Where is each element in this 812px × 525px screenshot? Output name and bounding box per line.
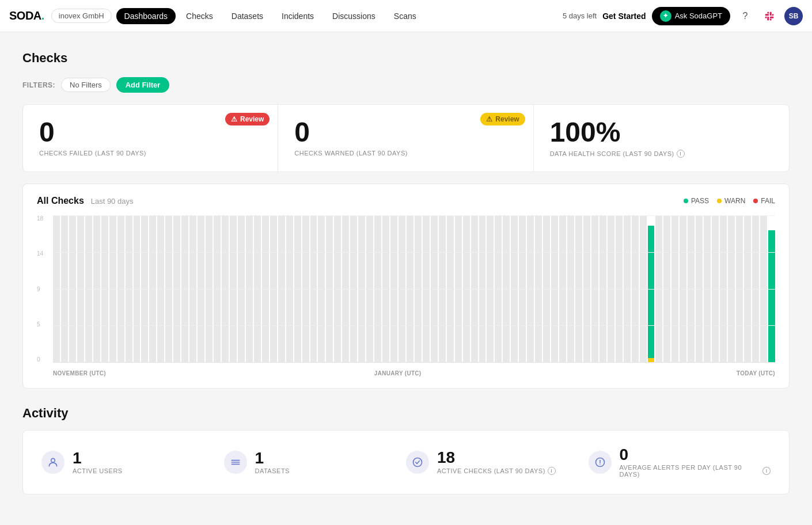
- no-filters-pill[interactable]: No Filters: [61, 78, 111, 92]
- bar-empty: [117, 215, 124, 363]
- bar-empty: [760, 215, 767, 363]
- bar-group: [382, 215, 389, 363]
- bar-group: [278, 215, 285, 363]
- chart-legend: PASS WARN FAIL: [684, 197, 775, 205]
- bar-empty: [519, 215, 526, 363]
- chart-header: All Checks Last 90 days PASS WARN FAIL: [37, 196, 775, 206]
- bar-empty: [206, 215, 213, 363]
- bar-empty: [752, 215, 759, 363]
- bar-empty: [198, 215, 204, 363]
- bar-group: [415, 215, 422, 363]
- health-label: DATA HEALTH SCORE (LAST 90 DAYS) i: [550, 150, 773, 158]
- nav-links: Dashboards Checks Datasets Incidents Dis…: [116, 8, 563, 24]
- bar-empty: [704, 215, 711, 363]
- bar-empty: [495, 215, 502, 363]
- bar-empty: [696, 215, 703, 363]
- add-filter-button[interactable]: Add Filter: [116, 77, 170, 93]
- bar-empty: [326, 215, 333, 363]
- health-info-icon[interactable]: i: [677, 150, 685, 158]
- failed-label: CHECKS FAILED (LAST 90 DAYS): [39, 150, 261, 157]
- fail-label: FAIL: [761, 197, 775, 205]
- filters-row: FILTERS: No Filters Add Filter: [22, 77, 790, 93]
- bar-group: [399, 215, 405, 363]
- pass-label: PASS: [691, 197, 709, 205]
- bar-group: [648, 215, 655, 363]
- nav-scans[interactable]: Scans: [386, 8, 424, 24]
- navbar-right: 5 days left Get Started ✦ Ask SodaGPT ? …: [563, 7, 803, 25]
- bar-group: [77, 215, 84, 363]
- bar-group: [447, 215, 454, 363]
- alerts-icon-wrap: [589, 451, 612, 474]
- bar-empty: [632, 215, 639, 363]
- bar-group: [471, 215, 478, 363]
- bar-empty: [487, 215, 494, 363]
- bar-empty: [238, 215, 245, 363]
- navbar: SODA. inovex GmbH Dashboards Checks Data…: [0, 0, 812, 32]
- nav-discussions[interactable]: Discussions: [324, 8, 384, 24]
- bar-empty: [736, 215, 743, 363]
- bar-group: [663, 215, 670, 363]
- bar-group: [655, 215, 662, 363]
- nav-incidents[interactable]: Incidents: [274, 8, 322, 24]
- y-label-0: 0: [37, 356, 43, 363]
- bar-empty: [77, 215, 84, 363]
- get-started-button[interactable]: Get Started: [602, 12, 646, 21]
- bar-empty: [511, 215, 518, 363]
- org-selector[interactable]: inovex GmbH: [51, 9, 112, 23]
- activity-title: Activity: [22, 406, 790, 421]
- bar-group: [519, 215, 526, 363]
- help-button[interactable]: ?: [736, 7, 754, 25]
- bar-empty: [230, 215, 237, 363]
- bar-group: [583, 215, 590, 363]
- alerts-value: 0: [620, 447, 771, 463]
- checks-info-icon[interactable]: i: [548, 467, 556, 475]
- alert-icon: [594, 456, 606, 468]
- bar-group: [270, 215, 277, 363]
- bar-group: [575, 215, 582, 363]
- bar-group: [366, 215, 373, 363]
- activity-checks: 18 ACTIVE CHECKS (LAST 90 DAYS) i: [406, 447, 589, 478]
- bars-container: [53, 215, 775, 363]
- alerts-info-icon[interactable]: i: [762, 467, 771, 475]
- bar-empty: [640, 215, 647, 363]
- bar-group: [632, 215, 639, 363]
- svg-point-7: [599, 464, 601, 465]
- bar-group: [198, 215, 204, 363]
- bar-empty: [69, 215, 76, 363]
- users-info: 1 ACTIVE USERS: [73, 450, 123, 474]
- nav-dashboards[interactable]: Dashboards: [116, 8, 176, 24]
- bar-empty: [374, 215, 381, 363]
- filters-label: FILTERS:: [22, 81, 55, 89]
- bar-empty: [141, 215, 148, 363]
- ask-soda-button[interactable]: ✦ Ask SodaGPT: [652, 7, 730, 25]
- bar-group: [165, 215, 172, 363]
- bar-group: [222, 215, 229, 363]
- bar-empty: [302, 215, 309, 363]
- bar-empty: [712, 215, 719, 363]
- checks-label: ACTIVE CHECKS (LAST 90 DAYS) i: [437, 467, 556, 475]
- nav-checks[interactable]: Checks: [178, 8, 221, 24]
- bar-empty: [270, 215, 277, 363]
- bar-group: [358, 215, 365, 363]
- bar-group: [326, 215, 333, 363]
- bar-group: [53, 215, 60, 363]
- warn-dot: [717, 199, 722, 203]
- nav-datasets[interactable]: Datasets: [223, 8, 271, 24]
- bar-group: [262, 215, 269, 363]
- bar-group: [390, 215, 397, 363]
- bar-empty: [439, 215, 446, 363]
- slack-button[interactable]: [760, 7, 779, 25]
- bar-empty: [567, 215, 574, 363]
- bar-empty: [671, 215, 678, 363]
- bar-group: [246, 215, 253, 363]
- bar-group: [134, 215, 141, 363]
- fail-dot: [753, 199, 758, 203]
- bar-group: [85, 215, 92, 363]
- bar-group: [551, 215, 558, 363]
- bar-empty: [688, 215, 695, 363]
- bar-empty: [455, 215, 462, 363]
- bar-group: [423, 215, 430, 363]
- bar-group: [752, 215, 759, 363]
- bar-group: [141, 215, 148, 363]
- user-avatar[interactable]: SB: [784, 7, 803, 25]
